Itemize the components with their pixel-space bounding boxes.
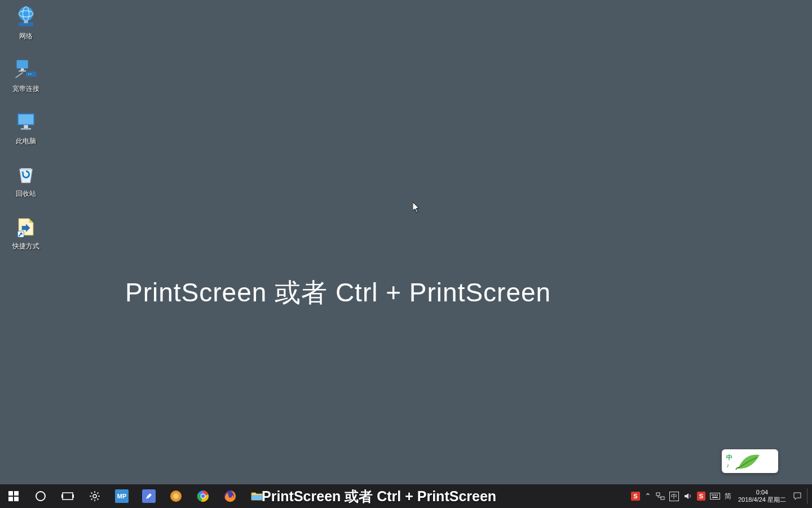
tray-chevron-up-button[interactable]: ⌃ [642,484,654,508]
gear-icon [89,491,100,502]
clock-date: 2018/4/24 星期二 [738,496,786,503]
svg-point-37 [201,494,205,498]
svg-rect-16 [8,491,13,496]
svg-point-9 [28,73,29,75]
desktop-icon-label: 快捷方式 [12,242,39,251]
svg-line-29 [91,493,92,494]
desktop-icon-label: 此电脑 [16,137,36,146]
svg-rect-19 [14,497,19,501]
svg-rect-23 [72,494,74,498]
settings-button[interactable] [81,484,108,508]
tray-action-center-button[interactable] [791,484,804,508]
tray-sogou2-button[interactable]: S [695,484,708,508]
svg-rect-40 [656,493,660,496]
svg-rect-47 [712,497,718,498]
taskbar-clock[interactable]: 0:04 2018/4/24 星期二 [734,484,791,508]
tray-sogou-icon[interactable]: S [629,484,642,508]
cortana-circle-icon [35,491,46,502]
svg-rect-18 [8,497,13,501]
overlay-instruction-text: PrintScreen 或者 Ctrl + PrintScreen [125,275,551,310]
clock-time: 0:04 [756,489,768,496]
svg-rect-43 [712,494,713,496]
svg-point-10 [30,73,31,75]
desktop-icon-recycle-bin[interactable]: 回收站 [5,162,47,199]
svg-point-24 [93,494,96,498]
svg-rect-12 [19,115,33,124]
start-button[interactable] [0,484,27,508]
svg-rect-4 [24,20,28,24]
system-tray: S ⌃ 中 S [629,484,812,508]
recycle-bin-icon [14,162,38,187]
tray-volume-button[interactable] [681,484,695,508]
ime-lang-label: 简 [725,492,731,501]
svg-rect-44 [713,494,714,496]
svg-point-20 [36,492,45,501]
task-view-button[interactable] [54,484,81,508]
tray-network-button[interactable] [654,484,667,508]
desktop-icon-label: 回收站 [16,189,36,199]
svg-rect-6 [21,68,24,71]
tray-ime-lang-button[interactable]: 简 [722,484,734,508]
sogou-badge-icon: S [697,492,705,501]
ime-zh-icon: 中 [669,492,679,501]
this-pc-icon [14,110,38,134]
task-view-icon [61,491,74,501]
svg-rect-14 [21,128,31,130]
tray-keyboard-button[interactable] [708,484,722,508]
network-icon [14,5,38,29]
svg-rect-22 [61,494,63,498]
chrome-icon [196,489,210,503]
desktop-icon-broadband[interactable]: 宽带连接 [5,57,47,94]
shortcut-icon [14,214,38,239]
action-center-icon [793,492,802,501]
orange-circle-icon [169,489,183,503]
ime-float-panel[interactable]: 中 ♪ [722,449,778,473]
taskbar: MP [0,484,812,508]
svg-rect-45 [715,494,716,496]
editor-app-button[interactable] [135,484,162,508]
pencil-icon [142,489,156,503]
svg-rect-46 [717,494,718,496]
mp-app-button[interactable]: MP [108,484,135,508]
desktop-icon-grid: 网络 宽带连接 [5,5,47,251]
svg-point-34 [173,493,179,499]
firefox-button[interactable] [217,484,244,508]
show-desktop-button[interactable] [804,484,810,508]
taskbar-pinned-apps: MP [0,484,271,508]
svg-rect-7 [19,71,26,72]
taskbar-overlay-instruction-text: PrintScreen 或者 Ctrl + PrintScreen [262,484,496,508]
broadband-icon [14,57,38,82]
svg-rect-17 [14,491,19,496]
file-explorer-button[interactable] [244,484,271,508]
keyboard-icon [710,493,720,500]
orange-app-button[interactable] [162,484,189,508]
network-tray-icon [656,492,665,501]
ime-lang-indicator: 中 [726,453,732,461]
desktop[interactable]: 网络 宽带连接 [0,0,812,484]
svg-line-32 [91,498,92,500]
svg-rect-13 [24,125,28,129]
ime-mode-indicator: ♪ [726,461,732,469]
chevron-up-icon: ⌃ [645,492,651,501]
windows-logo-icon [8,491,19,501]
cursor-icon [413,202,421,213]
ime-float-indicators: 中 ♪ [726,453,732,469]
desktop-icon-label: 宽带连接 [12,84,39,94]
tray-ime-zh-button[interactable]: 中 [667,484,681,508]
svg-line-30 [97,498,98,500]
mp-badge-icon: MP [115,489,129,503]
desktop-icon-shortcut[interactable]: 快捷方式 [5,214,47,251]
desktop-icon-this-pc[interactable]: 此电脑 [5,110,47,146]
volume-icon [683,492,692,501]
ime-leaf-icon [735,452,762,471]
svg-rect-42 [710,493,720,500]
folder-icon [250,489,264,503]
firefox-icon [223,489,237,503]
chrome-button[interactable] [189,484,217,508]
sogou-badge-icon: S [631,492,639,501]
svg-line-31 [97,493,98,494]
svg-rect-5 [17,60,28,69]
desktop-icon-network[interactable]: 网络 [5,5,47,41]
cortana-button[interactable] [27,484,54,508]
desktop-icon-label: 网络 [19,32,33,41]
